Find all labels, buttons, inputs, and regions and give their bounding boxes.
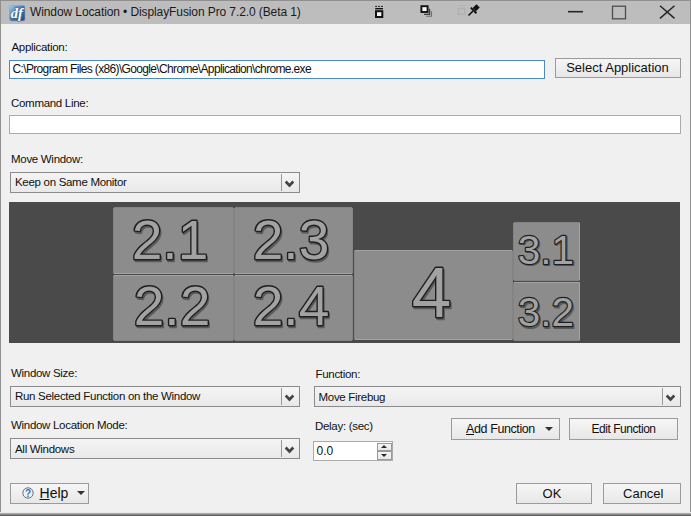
svg-text:3.2: 3.2 <box>518 289 574 335</box>
svg-text:2.4: 2.4 <box>253 275 329 337</box>
svg-text:?: ? <box>25 488 31 499</box>
svg-text:2.2: 2.2 <box>134 275 210 337</box>
svg-text:3.1: 3.1 <box>518 227 574 273</box>
svg-text:2.3: 2.3 <box>253 209 329 271</box>
svg-text:4: 4 <box>412 253 452 332</box>
svg-text:2.1: 2.1 <box>132 209 208 271</box>
